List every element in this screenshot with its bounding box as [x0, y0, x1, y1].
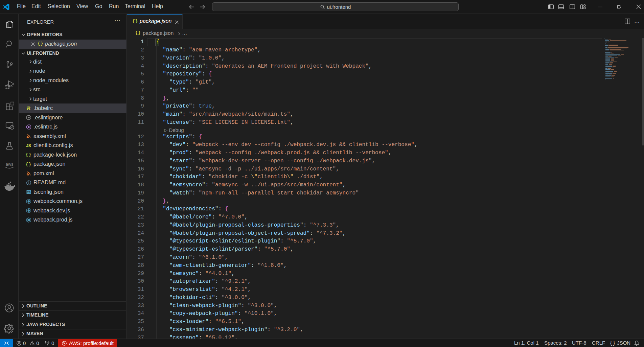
svg-text:TS: TS: [27, 191, 30, 194]
svg-text:aws: aws: [5, 162, 13, 167]
